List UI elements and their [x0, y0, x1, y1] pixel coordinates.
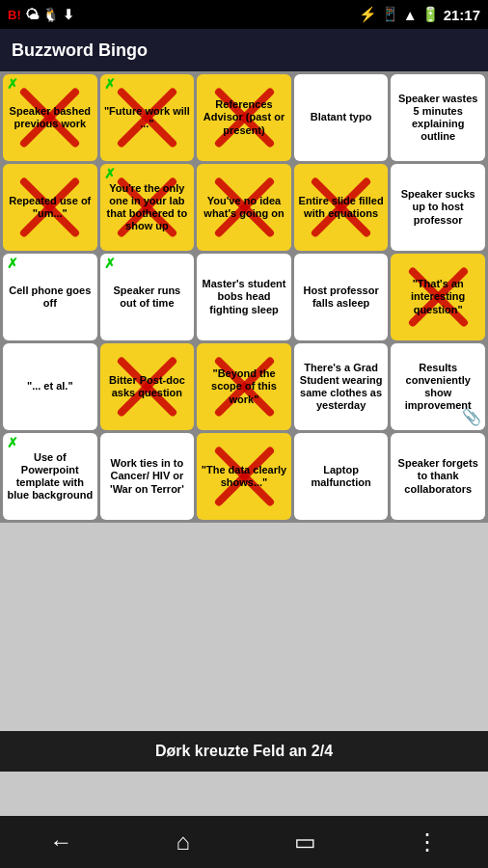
bingo-cell-21[interactable]: ✗Use of Powerpoint template with blue ba… [3, 433, 97, 520]
weather-icon: 🌤 [25, 7, 39, 22]
cell-text-12: Speaker runs out of time [104, 285, 191, 310]
bingo-cell-23[interactable]: "The data clearly shows..." [197, 433, 291, 520]
bingo-cell-16[interactable]: "... et al." [3, 343, 97, 430]
bingo-cell-10[interactable]: Speaker sucks up to host professor [391, 164, 485, 251]
cell-text-9: Entire slide filled with equations [298, 195, 385, 220]
green-check-2: ✗ [104, 76, 116, 93]
bingo-cell-19[interactable]: There's a Grad Student wearing same clot… [294, 343, 389, 430]
status-bar-left: B! 🌤 🐧 ⬇ [8, 7, 74, 22]
bingo-cell-18[interactable]: "Beyond the scope of this work" [197, 343, 291, 430]
cell-text-25: Speaker forgets to thank collaborators [394, 457, 481, 496]
app-title: Buzzword Bingo [12, 41, 148, 61]
cell-text-6: Repeated use of "um..." [7, 195, 94, 220]
bingo-cell-14[interactable]: Host professor falls asleep [294, 254, 389, 340]
bingo-cell-1[interactable]: ✗Speaker bashed previous work [3, 74, 97, 161]
battery-icon: 🔋 [421, 6, 440, 23]
green-check-11: ✗ [7, 256, 18, 272]
cell-text-4: Blatant typo [311, 111, 372, 123]
cell-text-16: "... et al." [27, 380, 73, 393]
bingo-cell-25[interactable]: Speaker forgets to thank collaborators [391, 433, 485, 520]
cell-text-7: You're the only one in your lab that bot… [104, 182, 191, 233]
cell-text-21: Use of Powerpoint template with blue bac… [7, 451, 94, 502]
recent-button[interactable]: ▭ [281, 818, 329, 866]
cell-text-8: You've no idea what's going on [201, 195, 287, 220]
bingo-cell-11[interactable]: ✗Cell phone goes off [3, 254, 97, 340]
status-bar-right: ⚡ 📱 ▲ 🔋 21:17 [359, 6, 480, 23]
green-check-21: ✗ [7, 435, 18, 451]
cell-text-23: "The data clearly shows..." [201, 464, 287, 489]
bingo-cell-22[interactable]: Work ties in to Cancer/ HIV or 'War on T… [100, 433, 195, 520]
cell-text-15: "That's an interesting question" [394, 278, 481, 316]
tooltip-text: Dørk kreuzte Feld an 2/4 [155, 743, 333, 759]
bingo-cell-12[interactable]: ✗Speaker runs out of time [100, 254, 195, 340]
bingo-cell-13[interactable]: Master's student bobs head fighting slee… [197, 254, 291, 340]
bingo-cell-4[interactable]: Blatant typo [294, 74, 389, 161]
cell-text-2: "Future work will ..." [104, 105, 191, 130]
penguin-icon: 🐧 [42, 7, 59, 22]
bingo-cell-17[interactable]: Bitter Post-doc asks question [100, 343, 195, 430]
bi-icon: B! [8, 8, 21, 22]
grid-area: ✗Speaker bashed previous work✗"Future wo… [0, 71, 488, 868]
bingo-cell-8[interactable]: You've no idea what's going on [197, 164, 291, 251]
cell-text-13: Master's student bobs head fighting slee… [201, 278, 287, 316]
bingo-cell-6[interactable]: Repeated use of "um..." [3, 164, 97, 251]
cell-text-10: Speaker sucks up to host professor [394, 188, 481, 227]
green-check-7: ✗ [104, 166, 116, 182]
bingo-cell-2[interactable]: ✗"Future work will ..." [100, 74, 195, 161]
bingo-cell-20[interactable]: Results conveniently show improvement📎 [391, 343, 485, 430]
cell-text-14: Host professor falls asleep [298, 285, 385, 310]
green-check-1: ✗ [7, 76, 18, 93]
cell-text-20: Results conveniently show improvement [394, 362, 481, 413]
bingo-grid: ✗Speaker bashed previous work✗"Future wo… [0, 71, 488, 523]
download-icon: ⬇ [63, 7, 74, 22]
nav-bar: ← ⌂ ▭ ⋮ [0, 816, 488, 868]
bingo-cell-24[interactable]: Laptop malfunction [294, 433, 389, 520]
bingo-cell-3[interactable]: References Advisor (past or present) [197, 74, 291, 161]
bingo-cell-5[interactable]: Speaker wastes 5 minutes explaining outl… [391, 74, 485, 161]
cell-text-19: There's a Grad Student wearing same clot… [298, 362, 385, 413]
wifi-icon: ▲ [403, 7, 418, 23]
menu-button[interactable]: ⋮ [403, 818, 451, 866]
bluetooth-icon: ⚡ [359, 6, 377, 23]
time-display: 21:17 [444, 7, 480, 23]
app-header: Buzzword Bingo [0, 29, 488, 71]
cell-text-11: Cell phone goes off [7, 285, 94, 310]
cell-text-24: Laptop malfunction [298, 464, 385, 489]
phone-icon: 📱 [381, 6, 399, 23]
cell-text-5: Speaker wastes 5 minutes explaining outl… [394, 93, 481, 144]
bingo-cell-15[interactable]: "That's an interesting question" [391, 254, 485, 340]
green-check-12: ✗ [104, 256, 116, 272]
cell-text-1: Speaker bashed previous work [7, 105, 94, 130]
tooltip-overlay: Dørk kreuzte Feld an 2/4 [0, 731, 488, 772]
cell-text-22: Work ties in to Cancer/ HIV or 'War on T… [104, 457, 191, 496]
cell-text-3: References Advisor (past or present) [201, 98, 287, 137]
cell-text-17: Bitter Post-doc asks question [104, 374, 191, 399]
status-bar: B! 🌤 🐧 ⬇ ⚡ 📱 ▲ 🔋 21:17 [0, 0, 488, 29]
back-button[interactable]: ← [37, 818, 85, 866]
bingo-cell-7[interactable]: ✗You're the only one in your lab that bo… [100, 164, 195, 251]
cell-text-18: "Beyond the scope of this work" [201, 367, 287, 406]
home-button[interactable]: ⌂ [159, 818, 207, 866]
bingo-cell-9[interactable]: Entire slide filled with equations [294, 164, 389, 251]
